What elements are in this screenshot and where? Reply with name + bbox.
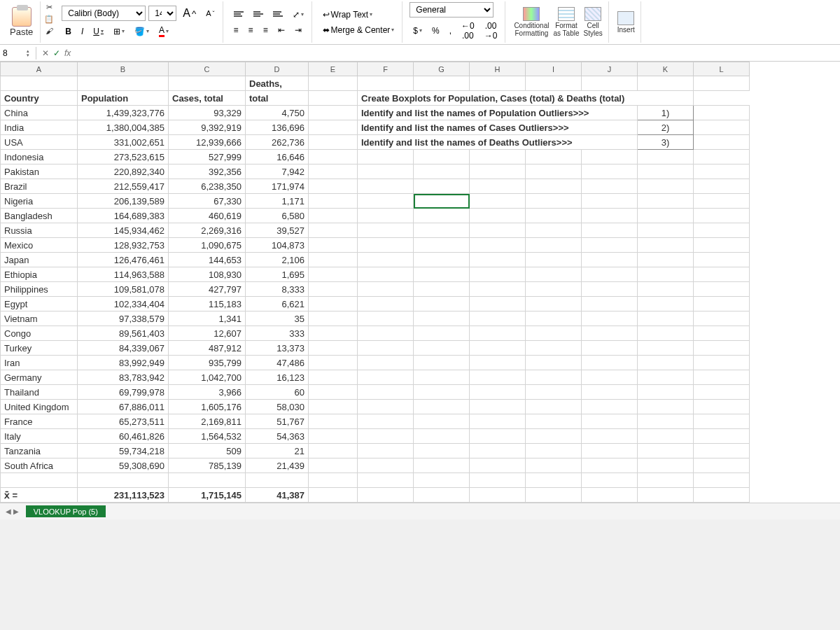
cell[interactable] [638, 282, 694, 297]
cell[interactable] [638, 209, 694, 223]
cell[interactable]: 262,736 [246, 135, 309, 150]
cell[interactable] [526, 385, 582, 400]
align-top-button[interactable] [230, 8, 247, 21]
cell[interactable] [526, 341, 582, 356]
cell[interactable] [526, 400, 582, 414]
cell[interactable] [358, 238, 414, 253]
cell[interactable] [694, 297, 750, 312]
cell[interactable] [358, 312, 414, 326]
cell[interactable] [526, 253, 582, 267]
cell[interactable] [582, 179, 638, 194]
cell[interactable] [526, 312, 582, 326]
enter-formula-button[interactable]: ✓ [53, 48, 60, 58]
cell[interactable]: 54,363 [246, 429, 309, 444]
cell[interactable]: 164,689,383 [78, 209, 169, 223]
cell[interactable] [694, 267, 750, 282]
cell[interactable] [414, 297, 470, 312]
conditional-formatting-button[interactable]: ConditionalFormatting [512, 6, 550, 38]
cell[interactable] [358, 414, 414, 429]
name-box-stepper[interactable]: ▴▾ [27, 49, 29, 57]
cell[interactable] [414, 356, 470, 370]
decrease-indent-button[interactable]: ⇤ [274, 23, 288, 37]
cell[interactable]: 1) [638, 106, 694, 120]
wrap-text-button[interactable]: ↩ Wrap Text ▾ [319, 8, 398, 22]
cell[interactable] [470, 488, 526, 503]
cell[interactable] [414, 429, 470, 444]
cell[interactable] [470, 414, 526, 429]
cell[interactable]: 2,269,316 [169, 223, 246, 238]
cell[interactable] [582, 400, 638, 414]
cell[interactable] [470, 385, 526, 400]
cell[interactable]: Indonesia [1, 150, 78, 164]
underline-button[interactable]: U ▾ [90, 24, 107, 38]
cell[interactable]: Brazil [1, 179, 78, 194]
cell[interactable] [694, 370, 750, 385]
cell[interactable]: 83,783,942 [78, 370, 169, 385]
cell[interactable] [358, 223, 414, 238]
font-name-select[interactable]: Calibri (Body) [62, 6, 146, 21]
cell[interactable]: 231,113,523 [78, 488, 169, 503]
cell[interactable]: 59,308,690 [78, 458, 169, 473]
cell[interactable]: USA [1, 135, 78, 150]
cell[interactable]: 3,966 [169, 385, 246, 400]
cell[interactable] [414, 164, 470, 179]
cell[interactable]: 487,912 [169, 341, 246, 356]
cell[interactable] [694, 356, 750, 370]
cell[interactable] [694, 76, 750, 91]
grow-font-button[interactable]: A^ [179, 5, 200, 22]
cell[interactable]: x̄ = [1, 488, 78, 503]
cell[interactable]: 59,734,218 [78, 444, 169, 458]
cell[interactable] [358, 164, 414, 179]
cell[interactable] [694, 385, 750, 400]
cell[interactable] [414, 238, 470, 253]
cell[interactable] [526, 458, 582, 473]
cell[interactable] [470, 267, 526, 282]
cell[interactable] [358, 444, 414, 458]
cell[interactable] [582, 429, 638, 444]
cell[interactable]: 51,767 [246, 414, 309, 429]
cell[interactable] [414, 488, 470, 503]
cell[interactable] [582, 444, 638, 458]
cell[interactable] [582, 385, 638, 400]
cell[interactable] [638, 356, 694, 370]
cell[interactable] [309, 194, 358, 209]
cancel-formula-button[interactable]: ✕ [42, 48, 49, 58]
cell[interactable] [638, 164, 694, 179]
cell[interactable] [470, 400, 526, 414]
cell[interactable] [470, 356, 526, 370]
cell[interactable] [526, 164, 582, 179]
cell[interactable] [638, 429, 694, 444]
cell[interactable]: 509 [169, 444, 246, 458]
cell[interactable]: Identify and list the names of Populatio… [358, 106, 638, 120]
cell[interactable] [694, 444, 750, 458]
cell[interactable]: 93,329 [169, 106, 246, 120]
cell[interactable] [169, 76, 246, 91]
cell[interactable] [582, 297, 638, 312]
cell[interactable] [358, 458, 414, 473]
cell[interactable] [309, 150, 358, 164]
cell[interactable] [694, 179, 750, 194]
col-header[interactable]: A [1, 62, 78, 76]
cell[interactable] [470, 341, 526, 356]
cell[interactable] [470, 253, 526, 267]
cell[interactable]: 12,607 [169, 326, 246, 341]
cell[interactable] [358, 488, 414, 503]
cell[interactable]: 1,171 [246, 194, 309, 209]
cell[interactable]: 1,380,004,385 [78, 120, 169, 135]
cell[interactable]: Germany [1, 370, 78, 385]
cell[interactable]: 527,999 [169, 150, 246, 164]
cell[interactable] [309, 106, 358, 120]
cell[interactable]: Iran [1, 356, 78, 370]
font-size-select[interactable]: 14 [148, 6, 176, 21]
cell[interactable] [638, 326, 694, 341]
cell[interactable]: 109,581,078 [78, 282, 169, 297]
cell[interactable] [309, 253, 358, 267]
cell[interactable] [414, 444, 470, 458]
cell[interactable]: 1,564,532 [169, 429, 246, 444]
cell[interactable] [309, 91, 358, 106]
cell[interactable] [694, 458, 750, 473]
cell[interactable]: 9,392,919 [169, 120, 246, 135]
cell[interactable] [582, 194, 638, 209]
cell[interactable]: France [1, 414, 78, 429]
cell[interactable]: China [1, 106, 78, 120]
